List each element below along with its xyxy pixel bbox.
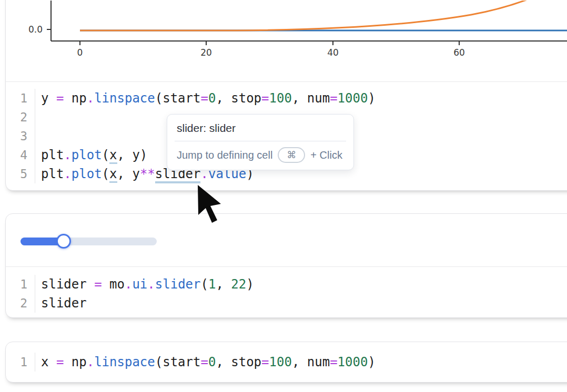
code-line[interactable]: 1slider = mo.ui.slider(1, 22) [6, 275, 567, 294]
line-number: 2 [6, 294, 35, 313]
line-number: 5 [6, 164, 35, 183]
line-number: 2 [6, 108, 35, 127]
jump-to-defining-cell[interactable]: Jump to defining cell [177, 149, 272, 161]
x-tick-label: 20 [200, 47, 212, 58]
series-orange-line [80, 1, 553, 30]
x-tick-label: 40 [327, 47, 339, 58]
notebook-cell-slider: 1slider = mo.ui.slider(1, 22)2slider [5, 213, 567, 318]
x-tick-label: 0 [77, 47, 83, 58]
line-number: 3 [6, 127, 35, 146]
line-number: 1 [6, 275, 35, 294]
slider-output [6, 214, 567, 266]
tooltip-click-hint: + Click [310, 149, 342, 161]
y-tick-label: 0.0 [28, 24, 43, 35]
code-line[interactable]: 2slider [6, 294, 567, 313]
notebook: 0.0 0 20 40 60 1y = np.linspace(start=0,… [0, 0, 567, 392]
line-chart: 0.0 0 20 40 60 [6, 1, 567, 81]
code-text: x = np.linspace(start=0, stop=100, num=1… [35, 353, 376, 372]
slider-track[interactable] [21, 238, 157, 245]
code-line[interactable]: 1y = np.linspace(start=0, stop=100, num=… [6, 89, 567, 108]
tooltip-title: slider: slider [167, 115, 353, 141]
line-number: 1 [6, 353, 35, 372]
code-line[interactable]: 1x = np.linspace(start=0, stop=100, num=… [6, 353, 567, 372]
command-key-badge: ⌘ [278, 147, 305, 163]
line-number: 1 [6, 89, 35, 108]
code-text: plt.plot(x, y) [35, 146, 147, 164]
x-tick-label: 60 [453, 47, 465, 58]
slider-thumb[interactable] [56, 234, 71, 249]
code-editor[interactable]: 1slider = mo.ui.slider(1, 22)2slider [6, 267, 567, 313]
code-text: slider [35, 294, 87, 313]
code-editor[interactable]: 1x = np.linspace(start=0, stop=100, num=… [6, 342, 567, 372]
matplotlib-output: 0.0 0 20 40 60 [6, 0, 567, 81]
notebook-cell-x: 1x = np.linspace(start=0, stop=100, num=… [5, 342, 567, 383]
code-text: y = np.linspace(start=0, stop=100, num=1… [35, 89, 376, 108]
variable-tooltip: slider: slider Jump to defining cell ⌘ +… [167, 114, 354, 170]
line-number: 4 [6, 146, 35, 164]
code-text: slider = mo.ui.slider(1, 22) [35, 275, 254, 294]
